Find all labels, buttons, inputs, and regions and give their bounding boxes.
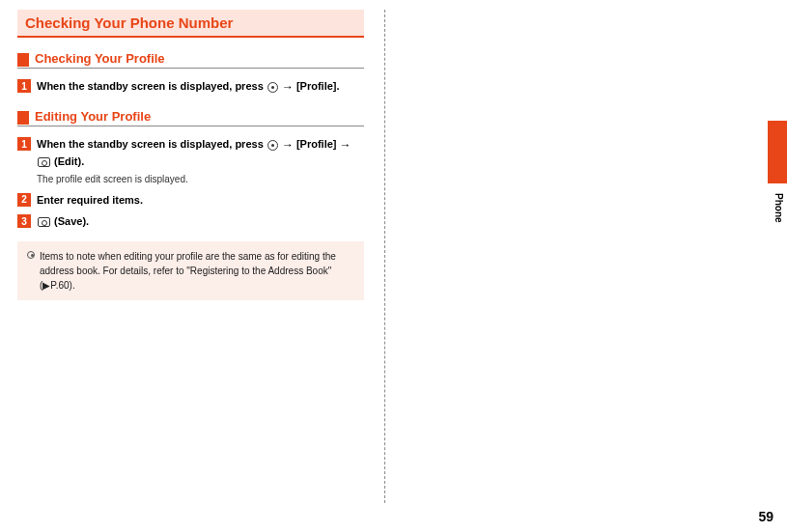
step-text-pre: When the standby screen is displayed, pr…: [37, 138, 267, 150]
step-row-edit-1: 1 When the standby screen is displayed, …: [17, 136, 364, 186]
arrow-icon: →: [282, 138, 294, 152]
page-number: 59: [758, 509, 773, 524]
camera-key-icon: [38, 157, 50, 167]
step-content: When the standby screen is displayed, pr…: [37, 78, 364, 96]
section-heading-text: Editing Your Profile: [35, 109, 151, 126]
section-marker-icon: [17, 53, 29, 67]
step-title: When the standby screen is displayed, pr…: [37, 136, 364, 170]
step-text-end: (Edit).: [54, 155, 84, 167]
step-text-end: (Save).: [54, 215, 89, 227]
arrow-icon: →: [282, 80, 294, 94]
step-badge: 2: [17, 193, 31, 207]
note-bullet-icon: [27, 251, 35, 259]
note-box: Items to note when editing your profile …: [17, 241, 364, 300]
step-content: Enter required items.: [37, 192, 364, 209]
step-content: (Save).: [37, 213, 364, 230]
step-badge: 3: [17, 214, 31, 228]
step-text-pre: When the standby screen is displayed, pr…: [37, 80, 267, 92]
step-row-check-1: 1 When the standby screen is displayed, …: [17, 78, 364, 96]
step-description: The profile edit screen is displayed.: [37, 172, 364, 186]
step-title: When the standby screen is displayed, pr…: [37, 78, 364, 96]
step-title: (Save).: [37, 213, 364, 230]
center-key-icon: [267, 82, 278, 93]
step-text-mid: [Profile]: [296, 138, 340, 150]
camera-key-icon: [38, 217, 50, 227]
section-heading-text: Checking Your Profile: [35, 51, 165, 68]
arrow-icon: →: [340, 138, 351, 152]
main-title-bar: Checking Your Phone Number: [17, 10, 364, 38]
center-key-icon: [267, 140, 278, 151]
step-row-edit-2: 2 Enter required items.: [17, 192, 364, 209]
step-title: Enter required items.: [37, 192, 364, 209]
main-title: Checking Your Phone Number: [25, 14, 356, 31]
section-heading-checking-profile: Checking Your Profile: [17, 51, 364, 69]
section-marker-icon: [17, 111, 29, 125]
column-divider: [384, 10, 385, 503]
step-content: When the standby screen is displayed, pr…: [37, 136, 364, 186]
step-row-edit-3: 3 (Save).: [17, 213, 364, 230]
section-heading-editing-profile: Editing Your Profile: [17, 109, 364, 126]
content-column: Checking Your Phone Number Checking Your…: [0, 0, 381, 310]
step-badge: 1: [17, 79, 31, 93]
step-text-post: [Profile].: [296, 80, 340, 92]
step-badge: 1: [17, 137, 31, 151]
side-tab-marker: [768, 121, 787, 183]
note-text: Items to note when editing your profile …: [40, 249, 354, 293]
side-label: Phone: [773, 193, 784, 223]
